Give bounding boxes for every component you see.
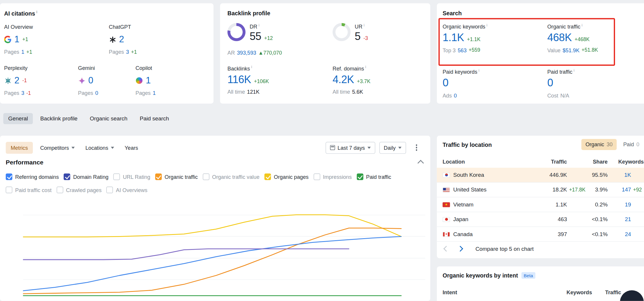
tab-organic-search[interactable]: Organic search bbox=[85, 113, 133, 124]
kr-flag-icon bbox=[443, 172, 450, 177]
checked-checkbox-icon[interactable] bbox=[357, 174, 363, 180]
location-name[interactable]: Japan bbox=[453, 216, 469, 222]
pages-label: Pages bbox=[135, 90, 151, 96]
metric-checkbox-crawled-pages[interactable]: Crawled pages bbox=[57, 187, 102, 193]
unchecked-checkbox-icon[interactable] bbox=[113, 174, 120, 180]
x-tick-label: 17 Feb bbox=[206, 300, 220, 301]
organic-traffic-label: Organic traffic bbox=[547, 23, 598, 30]
keywords-by-intent-title: Organic keywords by intent Beta bbox=[443, 272, 535, 279]
unchecked-checkbox-icon[interactable] bbox=[57, 187, 63, 193]
perplexity-stat: Perplexity 2 -1 Pages 3 -1 bbox=[4, 65, 31, 96]
tab-paid-search[interactable]: Paid search bbox=[135, 113, 174, 124]
copilot-icon bbox=[135, 77, 143, 84]
location-row-vietnam[interactable]: Vietnam1.1K0.2%19 bbox=[437, 197, 644, 212]
location-row-canada[interactable]: Canada397<0.1%24 bbox=[437, 227, 644, 242]
organic-toggle-button[interactable]: Organic 30 bbox=[581, 139, 616, 150]
paid-keywords-label: Paid keywords bbox=[443, 68, 479, 75]
column-traffic: Traffic bbox=[592, 290, 621, 296]
metric-checkbox-organic-pages[interactable]: Organic pages bbox=[265, 174, 309, 180]
keywords-link[interactable]: 21 bbox=[625, 216, 631, 222]
top3-delta: +559 bbox=[469, 47, 480, 53]
keywords-by-intent-panel: Organic keywords by intent Beta Intent K… bbox=[437, 266, 644, 301]
checked-checkbox-icon[interactable] bbox=[64, 174, 70, 180]
google-icon bbox=[4, 36, 11, 43]
unchecked-checkbox-icon[interactable] bbox=[203, 174, 209, 180]
keywords-link[interactable]: 19 bbox=[625, 201, 631, 208]
metric-label: Organic traffic bbox=[165, 174, 198, 180]
locations-dropdown[interactable]: Locations bbox=[82, 142, 117, 154]
metric-checkbox-impressions[interactable]: Impressions bbox=[313, 174, 352, 180]
chatgpt-icon bbox=[109, 36, 116, 43]
metrics-button[interactable]: Metrics bbox=[6, 142, 33, 154]
paid-traffic-value[interactable]: 0 bbox=[547, 78, 553, 89]
location-name[interactable]: South Korea bbox=[453, 172, 484, 178]
more-options-button[interactable] bbox=[413, 143, 420, 152]
ur-stat: UR 5 -3 bbox=[333, 23, 368, 42]
keywords-link[interactable]: 24 bbox=[625, 231, 631, 237]
ref-domains-value[interactable]: 4.2K bbox=[333, 74, 354, 85]
unchecked-checkbox-icon[interactable] bbox=[313, 174, 320, 180]
overview-tabs: General Backlink profile Organic search … bbox=[3, 112, 174, 125]
metric-label: Crawled pages bbox=[66, 187, 101, 193]
keywords-link[interactable]: 147 bbox=[622, 187, 631, 193]
organic-keywords-label: Organic keywords bbox=[443, 23, 487, 30]
date-range-picker[interactable]: Last 7 days bbox=[326, 142, 375, 154]
chart-toolbar: Metrics Competitors Locations Years Last… bbox=[6, 141, 420, 155]
unchecked-checkbox-icon[interactable] bbox=[6, 187, 12, 193]
vn-flag-icon bbox=[443, 202, 450, 207]
compare-top5-label: Compare top 5 on chart bbox=[475, 246, 534, 252]
stat-value: 1 bbox=[146, 76, 151, 85]
locations-label: Locations bbox=[85, 144, 108, 151]
pages-value: 1 bbox=[21, 49, 24, 55]
performance-chart: 27 Jan3 Feb10 Feb17 Feb24 Feb3 Mar10 Mar bbox=[23, 201, 425, 300]
backlinks-value[interactable]: 116K bbox=[228, 74, 251, 85]
ca-flag-icon bbox=[443, 232, 450, 237]
prev-page-button[interactable] bbox=[443, 246, 449, 252]
location-row-japan[interactable]: Japan463<0.1%21 bbox=[437, 212, 644, 227]
metric-checkbox-referring-domains[interactable]: Referring domains bbox=[6, 174, 59, 180]
organic-keywords-delta: +1.1K bbox=[467, 37, 480, 43]
metric-checkbox-paid-traffic-cost[interactable]: Paid traffic cost bbox=[6, 187, 52, 193]
years-button[interactable]: Years bbox=[121, 142, 141, 154]
paid-toggle-button[interactable]: Paid 0 bbox=[619, 139, 643, 150]
competitors-dropdown[interactable]: Competitors bbox=[37, 142, 78, 154]
share-value: <0.1% bbox=[567, 216, 608, 222]
collapse-chevron-icon[interactable] bbox=[418, 160, 424, 166]
checked-checkbox-icon[interactable] bbox=[155, 174, 162, 180]
location-row-south-korea[interactable]: South Korea446.9K95.5%1K bbox=[437, 168, 644, 182]
checked-checkbox-icon[interactable] bbox=[265, 174, 271, 180]
metric-checkbox-organic-traffic-value[interactable]: Organic traffic value bbox=[203, 174, 260, 180]
metric-checkbox-ai-overviews[interactable]: AI Overviews bbox=[106, 187, 147, 193]
beta-badge: Beta bbox=[521, 272, 535, 279]
traffic-value: 397 bbox=[558, 231, 567, 237]
jp-flag-icon bbox=[443, 217, 450, 222]
metric-checkbox-paid-traffic[interactable]: Paid traffic bbox=[357, 174, 391, 180]
next-page-button[interactable] bbox=[457, 246, 463, 252]
granularity-dropdown[interactable]: Daily bbox=[379, 142, 406, 154]
top3-value[interactable]: 563 bbox=[458, 47, 467, 53]
organic-keywords-value[interactable]: 1.1K bbox=[443, 32, 464, 43]
location-row-united-states[interactable]: United States18.2K+17.8K3.9%147+92 bbox=[437, 183, 644, 197]
organic-paid-toggle: Organic 30 Paid 0 bbox=[581, 139, 643, 150]
metric-checkbox-url-rating[interactable]: URL Rating bbox=[113, 174, 150, 180]
unchecked-checkbox-icon[interactable] bbox=[106, 187, 113, 193]
copilot-stat: Copilot 1 Pages 1 bbox=[135, 65, 158, 96]
x-tick-label: 27 Jan bbox=[28, 300, 42, 301]
location-name[interactable]: Vietnam bbox=[453, 201, 474, 208]
alltime-label: All time bbox=[333, 89, 350, 95]
checked-checkbox-icon[interactable] bbox=[6, 174, 12, 180]
gemini-icon bbox=[78, 77, 85, 84]
keywords-link[interactable]: 1K bbox=[624, 172, 631, 178]
organic-traffic-value[interactable]: 468K bbox=[547, 32, 572, 43]
paid-keywords-value[interactable]: 0 bbox=[443, 78, 448, 89]
pages-label: Pages bbox=[4, 90, 19, 96]
tab-backlink-profile[interactable]: Backlink profile bbox=[35, 113, 82, 124]
chevron-down-icon bbox=[72, 147, 75, 149]
location-name[interactable]: United States bbox=[453, 187, 487, 193]
share-value: 95.5% bbox=[567, 172, 608, 178]
metric-checkbox-domain-rating[interactable]: Domain Rating bbox=[64, 174, 109, 180]
x-tick-label: 3 Feb bbox=[89, 300, 100, 301]
metric-checkbox-organic-traffic[interactable]: Organic traffic bbox=[155, 174, 198, 180]
location-name[interactable]: Canada bbox=[453, 231, 473, 237]
tab-general[interactable]: General bbox=[3, 113, 33, 124]
